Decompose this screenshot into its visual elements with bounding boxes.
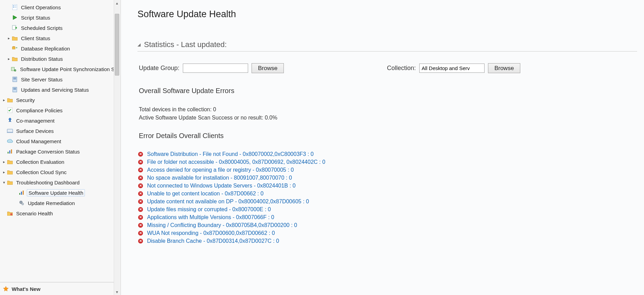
error-link[interactable]: Update content not available on DP - 0x8… [147, 198, 309, 205]
nav-item-label: Troubleshooting Dashboard [16, 180, 80, 185]
expand-toggle-icon[interactable]: ▸ [2, 170, 6, 174]
nav-item-label: Surface Devices [16, 128, 54, 134]
doc-check-icon [7, 107, 13, 113]
sidebar-scrollbar[interactable]: ▲ ▼ [114, 0, 120, 295]
scroll-thumb[interactable] [115, 14, 119, 76]
svg-rect-22 [11, 149, 12, 154]
nav-item-database-replication[interactable]: Database Replication [0, 43, 120, 54]
nav-item-label: Scheduled Scripts [21, 25, 63, 31]
error-icon: ✕ [138, 239, 143, 243]
nav-item-label: Update Remediation [28, 200, 75, 206]
server-icon [12, 87, 18, 93]
error-link[interactable]: No space available for installation - 80… [147, 175, 292, 181]
error-link[interactable]: Applications with Multiple Versions - 0x… [147, 214, 274, 220]
nav-item-surface-devices[interactable]: Surface Devices [0, 126, 120, 136]
nav-item-label: Software Update Point Synchronization St… [20, 66, 119, 72]
expand-toggle-icon[interactable]: ▸ [2, 98, 6, 102]
server-icon [12, 76, 18, 82]
error-icon: ✕ [138, 183, 143, 188]
svg-rect-23 [19, 193, 20, 195]
error-item: ✕Not connected to Windows Update Servers… [138, 182, 644, 190]
svg-rect-20 [8, 152, 9, 154]
update-group-input[interactable] [183, 64, 248, 73]
svg-rect-16 [13, 89, 16, 90]
svg-rect-24 [21, 192, 22, 195]
nav-item-scenario-health[interactable]: Scenario Health [0, 208, 120, 218]
browse-collection-button[interactable]: Browse [488, 63, 520, 73]
nav-item-script-status[interactable]: Script Status [0, 12, 120, 23]
nav-item-compliance-policies[interactable]: Compliance Policies [0, 105, 120, 115]
expand-toggle-icon[interactable]: ▾ [2, 180, 6, 185]
nav-item-client-operations[interactable]: Client Operations [0, 2, 120, 12]
nav-item-distribution-status[interactable]: ▸Distribution Status [0, 54, 120, 64]
collection-input[interactable] [419, 64, 485, 73]
nav-item-co-management[interactable]: Co-management [0, 115, 120, 126]
error-item: ✕WUA Not responding - 0x87D00600,0x87D00… [138, 229, 644, 237]
nav-item-software-update-point-synchronization-sta[interactable]: Software Update Point Synchronization St… [0, 64, 120, 74]
nav-item-client-status[interactable]: ▸Client Status [0, 33, 120, 43]
nav-item-updates-and-servicing-status[interactable]: Updates and Servicing Status [0, 84, 120, 95]
svg-rect-6 [12, 25, 16, 30]
nav-item-troubleshooting-dashboard[interactable]: ▾Troubleshooting Dashboard [0, 177, 120, 188]
nav-item-label: Co-management [16, 118, 55, 124]
play-green-icon [12, 14, 18, 21]
statistics-section-header[interactable]: ◢ Statistics - Last updated: [137, 40, 644, 49]
nav-item-update-remediation[interactable]: Update Remediation [0, 198, 120, 208]
svg-marker-5 [13, 15, 17, 20]
error-link[interactable]: Missing / Conflicting Boundary - 0x80070… [147, 222, 297, 228]
error-link[interactable]: Unable to get content location - 0x87D00… [147, 191, 264, 197]
nav-item-software-update-health[interactable]: Software Update Health [0, 188, 120, 198]
nav-item-package-conversion-status[interactable]: Package Conversion Status [0, 146, 120, 157]
page-title: Software Update Health [137, 9, 644, 20]
section-title: Statistics - Last updated: [144, 40, 227, 49]
star-icon [3, 286, 9, 292]
nav-item-security[interactable]: ▸Security [0, 95, 120, 105]
error-link[interactable]: Software Distribution - File not Found -… [147, 151, 314, 157]
nav-item-label: Collection Cloud Sync [16, 169, 67, 175]
nav-item-cloud-management[interactable]: Cloud Management [0, 136, 120, 146]
nav-item-collection-cloud-sync[interactable]: ▸Collection Cloud Sync [0, 167, 120, 177]
folder-icon [7, 159, 13, 165]
error-icon: ✕ [138, 191, 143, 196]
nav-sidebar: Client OperationsScript StatusScheduled … [0, 0, 120, 295]
error-item: ✕Applications with Multiple Versions - 0… [138, 213, 644, 221]
error-item: ✕No space available for installation - 8… [138, 174, 644, 182]
whats-new-item[interactable]: What's New [0, 283, 120, 295]
folder-icon [7, 97, 13, 103]
script-arrow-icon [12, 25, 18, 31]
browse-update-group-button[interactable]: Browse [252, 63, 284, 73]
db-swap-icon [12, 45, 18, 52]
error-link[interactable]: Not connected to Windows Update Servers … [147, 183, 296, 189]
svg-rect-8 [12, 47, 15, 49]
nav-item-collection-evaluation[interactable]: ▸Collection Evaluation [0, 157, 120, 167]
svg-point-10 [14, 69, 16, 71]
expand-toggle-icon[interactable]: ▸ [2, 160, 6, 164]
expand-toggle-icon[interactable]: ▸ [7, 36, 11, 41]
svg-rect-25 [23, 191, 24, 195]
nav-item-label: Distribution Status [21, 56, 63, 62]
nav-item-label: Client Status [21, 35, 50, 41]
scroll-down-icon[interactable]: ▼ [114, 289, 120, 295]
nav-item-site-server-status[interactable]: Site Server Status [0, 74, 120, 84]
bars-icon [7, 148, 13, 155]
cloud-icon [7, 138, 13, 144]
error-link[interactable]: Update files missing or corrupted - 0x80… [147, 206, 271, 213]
error-link[interactable]: File or folder not accessible - 0x800040… [147, 159, 325, 165]
svg-point-27 [22, 203, 24, 205]
nav-item-label: Collection Evaluation [16, 159, 64, 165]
expand-toggle-icon[interactable]: ▸ [7, 57, 11, 61]
error-icon: ✕ [138, 168, 143, 172]
error-icon: ✕ [138, 231, 143, 236]
section-rule [137, 51, 637, 52]
nav-item-scheduled-scripts[interactable]: Scheduled Scripts [0, 23, 120, 33]
error-item: ✕Unable to get content location - 0x87D0… [138, 190, 644, 197]
error-link[interactable]: WUA Not responding - 0x87D00600,0x87D006… [147, 230, 275, 236]
pin-blue-icon [7, 117, 13, 124]
nav-item-label: Database Replication [21, 46, 70, 52]
scroll-up-icon[interactable]: ▲ [114, 0, 120, 6]
svg-rect-12 [13, 78, 16, 78]
error-link[interactable]: Access denied for opening a file or regi… [147, 167, 294, 173]
chevron-down-icon: ◢ [137, 42, 141, 47]
svg-rect-21 [9, 150, 10, 154]
error-link[interactable]: Disable Branch Cache - 0x87D00314,0x87D0… [147, 238, 279, 244]
